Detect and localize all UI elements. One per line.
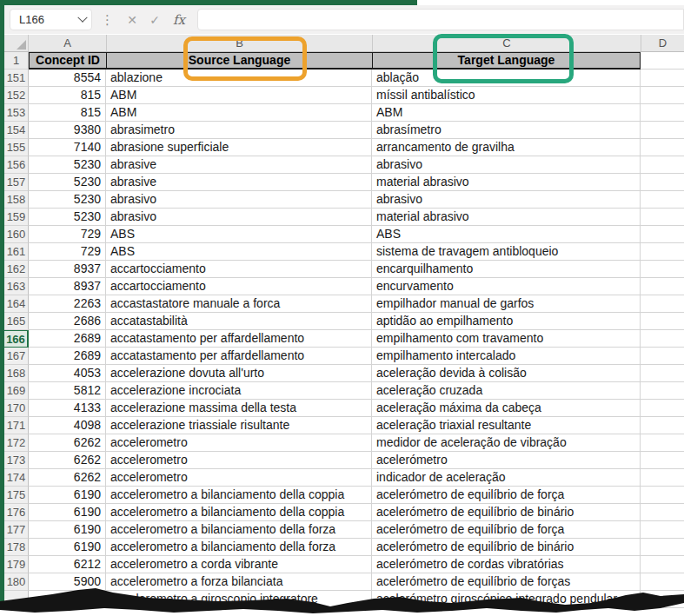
cell-source-language[interactable]: accastastatore manuale a forca [106,295,372,313]
cell-target-language[interactable]: medidor de aceleração de vibração [372,434,641,452]
cell-concept-id[interactable]: 815 [29,104,106,122]
row-number[interactable]: 174 [4,469,29,487]
cell-source-language[interactable]: ABS [106,226,372,243]
cell-concept-id[interactable]: 2686 [29,313,106,330]
cell-column-d[interactable] [641,382,684,400]
row-number[interactable]: 166 [4,330,29,348]
cell-source-language[interactable]: accelerometro a bilanciamento della copp… [106,504,372,521]
cell-target-language[interactable]: acelerómetro de cordas vibratórias [372,556,641,573]
cell-column-d[interactable] [641,556,684,573]
row-number[interactable]: 178 [4,539,29,556]
cell-target-language[interactable]: abrasivo [372,191,641,209]
cell-concept-id[interactable]: 6190 [29,521,106,539]
cell-concept-id[interactable]: 4053 [29,365,106,382]
cell-target-language[interactable]: aceleração devida à colisão [372,365,641,382]
row-number-1[interactable]: 1 [4,52,29,70]
cell-source-language[interactable]: abrasivo [106,209,372,226]
header-cell-target-language[interactable]: Target Language [372,52,641,70]
cell-source-language[interactable]: accelerazione incrociata [106,382,372,400]
cell-concept-id[interactable]: 5230 [29,191,106,209]
cell-source-language[interactable]: abrasione superficiale [106,139,372,156]
cell-concept-id[interactable]: 6212 [29,556,106,573]
cell-source-language[interactable]: accelerometro [106,452,372,469]
row-number[interactable]: 165 [4,313,29,330]
insert-function-icon[interactable]: fx [166,12,192,28]
cell-source-language[interactable]: accelerometro a corda vibrante [106,556,372,573]
cell-source-language[interactable]: abrasimetro [106,122,372,139]
row-number[interactable]: 155 [4,139,29,156]
row-number[interactable]: 153 [4,104,29,122]
cell-concept-id[interactable]: 6190 [29,539,106,556]
row-number[interactable]: 154 [4,122,29,139]
cell-concept-id[interactable]: 2263 [29,295,106,313]
cell-source-language[interactable]: abrasive [106,174,372,191]
cell-column-d[interactable] [641,330,684,348]
name-box[interactable]: L166 [10,9,92,30]
cell-column-d[interactable] [641,295,684,313]
header-cell-source-language[interactable]: Source Language [106,52,373,70]
row-number[interactable]: 168 [4,365,29,382]
cell-source-language[interactable]: accatastabilità [106,313,372,330]
cell-concept-id[interactable]: 729 [29,226,106,243]
column-header-a[interactable]: A [29,35,107,51]
column-header-c[interactable]: C [373,35,641,51]
cell-source-language[interactable]: accatastamento per affardellamento [106,348,372,365]
cell-source-language[interactable]: ABS [106,243,372,261]
cell-column-d[interactable] [641,521,684,539]
cell-source-language[interactable]: ABM [106,87,372,104]
cell-column-d[interactable] [641,539,684,556]
cell-target-language[interactable]: abrasivo [372,156,641,174]
cell-concept-id[interactable]: 6190 [29,487,106,504]
row-number[interactable]: 167 [4,348,29,365]
row-number[interactable]: 176 [4,504,29,521]
cell-source-language[interactable]: accelerazione massima della testa [106,400,372,417]
cell-target-language[interactable]: míssil antibalístico [372,87,641,104]
cell-concept-id[interactable]: 5230 [29,156,106,174]
cell-concept-id[interactable]: 729 [29,243,106,261]
row-number[interactable]: 157 [4,174,29,191]
row-number[interactable]: 163 [4,278,29,295]
row-number[interactable]: 170 [4,400,29,417]
cell-concept-id[interactable]: 5812 [29,382,106,400]
cell-column-d[interactable] [641,243,684,261]
cell-concept-id[interactable]: 7140 [29,139,106,156]
cell-column-d[interactable] [641,313,684,330]
cell-target-language[interactable]: sistema de travagem antibloqueio [372,243,641,261]
cancel-icon[interactable]: ✕ [121,13,143,27]
cell-column-d[interactable] [641,122,684,139]
cell-column-d[interactable] [641,434,684,452]
cell-source-language[interactable]: ABM [106,104,372,122]
row-number[interactable]: 161 [4,243,29,261]
cell-target-language[interactable]: arrancamento de gravilha [372,139,641,156]
cell-column-d[interactable] [641,417,684,434]
cell-target-language[interactable]: acelerómetro de equilíbrio de força [372,487,641,504]
cell-column-d[interactable] [641,104,684,122]
cell-concept-id[interactable]: 6190 [29,504,106,521]
cell-column-d[interactable] [641,191,684,209]
cell-concept-id[interactable]: 6262 [29,434,106,452]
cell-concept-id[interactable]: 5230 [29,209,106,226]
more-options-icon[interactable]: ⋮ [101,13,114,26]
cell-concept-id[interactable]: 9380 [29,122,106,139]
row-number[interactable]: 169 [4,382,29,400]
row-number[interactable]: 164 [4,295,29,313]
cell-target-language[interactable]: aceleração cruzada [372,382,641,400]
cell-concept-id[interactable]: 4098 [29,417,106,434]
cell-source-language[interactable]: accelerazione dovuta all'urto [106,365,372,382]
row-number[interactable]: 156 [4,156,29,174]
cell-source-language[interactable]: accelerazione triassiale risultante [106,417,372,434]
cell-column-d[interactable] [641,261,684,278]
cell-concept-id[interactable]: 8554 [29,70,106,87]
cell-column-d[interactable] [641,365,684,382]
cell-target-language[interactable]: acelerómetro [372,452,641,469]
cell-concept-id[interactable]: 4133 [29,400,106,417]
row-number[interactable]: 173 [4,452,29,469]
row-number[interactable]: 172 [4,434,29,452]
cell-target-language[interactable]: acelerómetro de equilíbrio de binário [372,539,641,556]
cell-target-language[interactable]: material abrasivo [372,209,641,226]
cell-target-language[interactable]: acelerómetro de equilíbrio de binário [372,504,641,521]
row-number[interactable]: 159 [4,209,29,226]
header-cell-concept-id[interactable]: Concept ID [29,52,107,70]
cell-source-language[interactable]: abrasive [106,156,372,174]
cell-column-d[interactable] [641,469,684,487]
